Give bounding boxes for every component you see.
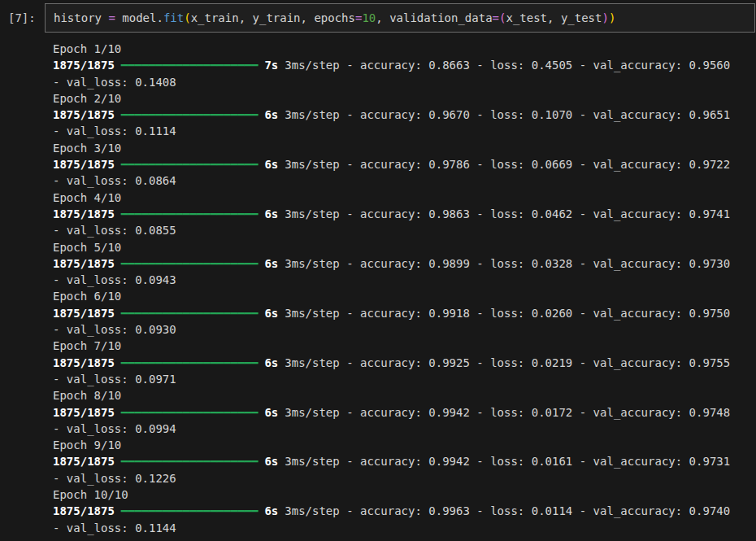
val-loss-line: - val_loss: 0.0864 xyxy=(53,172,752,189)
epoch-header: Epoch 9/10 xyxy=(53,437,752,453)
epoch-header: Epoch 5/10 xyxy=(53,239,752,255)
elapsed-time: 6s xyxy=(264,356,278,369)
code-token-plain: , xyxy=(239,11,253,24)
step-count: 1875/1875 xyxy=(53,455,115,468)
epoch-header: Epoch 10/10 xyxy=(53,486,752,503)
val-loss-text: - val_loss: 0.1144 xyxy=(53,521,176,534)
val-loss-text: - val_loss: 0.1114 xyxy=(53,124,176,137)
progress-line: 1875/1875━━━━━━━━━━━━━━━━━━━━6s3ms/step … xyxy=(53,107,752,123)
progress-line: 1875/1875━━━━━━━━━━━━━━━━━━━━7s3ms/step … xyxy=(53,57,752,73)
progress-line: 1875/1875━━━━━━━━━━━━━━━━━━━━6s3ms/step … xyxy=(53,305,752,321)
val-loss-text: - val_loss: 0.0864 xyxy=(53,174,176,187)
epoch-block: Epoch 1/10 1875/1875━━━━━━━━━━━━━━━━━━━━… xyxy=(53,41,752,90)
code-token-identifier: x_test xyxy=(506,11,547,24)
epoch-block: Epoch 10/10 1875/1875━━━━━━━━━━━━━━━━━━━… xyxy=(53,486,752,536)
epoch-label: Epoch 6/10 xyxy=(53,290,121,303)
epoch-block: Epoch 7/10 1875/1875━━━━━━━━━━━━━━━━━━━━… xyxy=(53,338,752,387)
elapsed-time: 7s xyxy=(264,59,278,72)
code-token-operator: = xyxy=(108,11,115,24)
code-token-plain: , xyxy=(301,11,315,24)
step-count: 1875/1875 xyxy=(53,158,115,171)
progress-line: 1875/1875━━━━━━━━━━━━━━━━━━━━6s3ms/step … xyxy=(53,404,752,421)
progress-line: 1875/1875━━━━━━━━━━━━━━━━━━━━6s3ms/step … xyxy=(53,503,752,519)
metrics-text: 3ms/step - accuracy: 0.9670 - loss: 0.10… xyxy=(285,108,730,121)
epoch-label: Epoch 10/10 xyxy=(53,488,128,501)
metrics-text: 3ms/step - accuracy: 0.9899 - loss: 0.03… xyxy=(285,257,730,270)
val-loss-line: - val_loss: 0.1226 xyxy=(53,470,752,486)
code-token-function: fit xyxy=(163,11,184,24)
epoch-header: Epoch 6/10 xyxy=(53,288,752,304)
elapsed-time: 6s xyxy=(264,504,278,517)
elapsed-time: 6s xyxy=(264,257,278,270)
code-token-identifier: epochs xyxy=(314,11,355,24)
metrics-text: 3ms/step - accuracy: 0.9963 - loss: 0.01… xyxy=(285,504,730,517)
epoch-block: Epoch 3/10 1875/1875━━━━━━━━━━━━━━━━━━━━… xyxy=(53,140,752,190)
epoch-header: Epoch 7/10 xyxy=(53,338,752,354)
epoch-block: Epoch 2/10 1875/1875━━━━━━━━━━━━━━━━━━━━… xyxy=(53,90,752,140)
epoch-header: Epoch 1/10 xyxy=(53,41,752,57)
code-token-bracket1: ( xyxy=(184,11,190,24)
step-count: 1875/1875 xyxy=(53,406,115,419)
elapsed-time: 6s xyxy=(264,158,278,171)
epoch-label: Epoch 2/10 xyxy=(53,92,121,105)
val-loss-text: - val_loss: 0.0930 xyxy=(53,323,176,336)
code-line[interactable]: history = model.fit(x_train, y_train, ep… xyxy=(54,10,746,26)
step-count: 1875/1875 xyxy=(53,356,115,369)
val-loss-text: - val_loss: 0.0855 xyxy=(53,224,176,237)
epoch-label: Epoch 4/10 xyxy=(53,191,121,204)
code-token-identifier: validation_data xyxy=(389,11,492,24)
progress-bar-icon: ━━━━━━━━━━━━━━━━━━━━ xyxy=(121,455,259,468)
code-token-identifier: history xyxy=(54,11,102,24)
code-token-plain: , xyxy=(547,11,561,24)
val-loss-text: - val_loss: 0.1408 xyxy=(53,76,176,89)
code-token-bracket2: ) xyxy=(602,11,608,24)
progress-line: 1875/1875━━━━━━━━━━━━━━━━━━━━6s3ms/step … xyxy=(53,355,752,371)
progress-line: 1875/1875━━━━━━━━━━━━━━━━━━━━6s3ms/step … xyxy=(53,206,752,222)
progress-bar-icon: ━━━━━━━━━━━━━━━━━━━━ xyxy=(121,207,259,220)
code-token-plain: , xyxy=(376,11,389,24)
epoch-header: Epoch 8/10 xyxy=(53,387,752,404)
val-loss-text: - val_loss: 0.1226 xyxy=(53,472,176,485)
code-token-identifier: y_train xyxy=(253,11,301,24)
progress-line: 1875/1875━━━━━━━━━━━━━━━━━━━━6s3ms/step … xyxy=(53,453,752,469)
code-token-identifier: model xyxy=(122,11,156,24)
elapsed-time: 6s xyxy=(264,307,278,320)
val-loss-line: - val_loss: 0.0994 xyxy=(53,421,752,437)
progress-bar-icon: ━━━━━━━━━━━━━━━━━━━━ xyxy=(121,158,259,171)
val-loss-line: - val_loss: 0.0855 xyxy=(53,222,752,238)
metrics-text: 3ms/step - accuracy: 0.8663 - loss: 0.45… xyxy=(285,59,730,72)
epoch-block: Epoch 8/10 1875/1875━━━━━━━━━━━━━━━━━━━━… xyxy=(53,387,752,437)
metrics-text: 3ms/step - accuracy: 0.9942 - loss: 0.01… xyxy=(285,455,730,468)
epoch-label: Epoch 9/10 xyxy=(53,438,121,452)
elapsed-time: 6s xyxy=(264,207,278,220)
progress-bar-icon: ━━━━━━━━━━━━━━━━━━━━ xyxy=(121,406,259,419)
val-loss-line: - val_loss: 0.1114 xyxy=(53,123,752,139)
step-count: 1875/1875 xyxy=(53,307,115,320)
epoch-label: Epoch 5/10 xyxy=(53,241,121,254)
code-token-number: 10 xyxy=(362,11,376,24)
epoch-header: Epoch 3/10 xyxy=(53,140,752,156)
progress-bar-icon: ━━━━━━━━━━━━━━━━━━━━ xyxy=(121,59,259,72)
step-count: 1875/1875 xyxy=(53,257,115,270)
notebook-cell-input-row: [7]: history = model.fit(x_train, y_trai… xyxy=(0,0,756,33)
elapsed-time: 6s xyxy=(264,406,278,419)
code-cell-editor[interactable]: history = model.fit(x_train, y_train, ep… xyxy=(45,3,755,33)
metrics-text: 3ms/step - accuracy: 0.9786 - loss: 0.06… xyxy=(285,158,730,171)
val-loss-text: - val_loss: 0.0943 xyxy=(53,273,176,286)
progress-bar-icon: ━━━━━━━━━━━━━━━━━━━━ xyxy=(121,356,259,369)
epoch-block: Epoch 9/10 1875/1875━━━━━━━━━━━━━━━━━━━━… xyxy=(53,437,752,486)
cell-output: Epoch 1/10 1875/1875━━━━━━━━━━━━━━━━━━━━… xyxy=(53,41,752,536)
elapsed-time: 6s xyxy=(264,108,278,121)
val-loss-text: - val_loss: 0.0971 xyxy=(53,373,176,386)
progress-bar-icon: ━━━━━━━━━━━━━━━━━━━━ xyxy=(121,307,259,320)
code-token-plain: . xyxy=(156,11,163,24)
epoch-block: Epoch 6/10 1875/1875━━━━━━━━━━━━━━━━━━━━… xyxy=(53,288,752,338)
step-count: 1875/1875 xyxy=(53,59,115,72)
epoch-label: Epoch 3/10 xyxy=(53,142,121,155)
code-token-bracket1: ) xyxy=(609,11,615,24)
val-loss-line: - val_loss: 0.0943 xyxy=(53,272,752,288)
code-token-identifier: y_test xyxy=(561,11,602,24)
val-loss-line: - val_loss: 0.0971 xyxy=(53,371,752,387)
progress-bar-icon: ━━━━━━━━━━━━━━━━━━━━ xyxy=(121,504,259,517)
epoch-label: Epoch 7/10 xyxy=(53,339,121,352)
